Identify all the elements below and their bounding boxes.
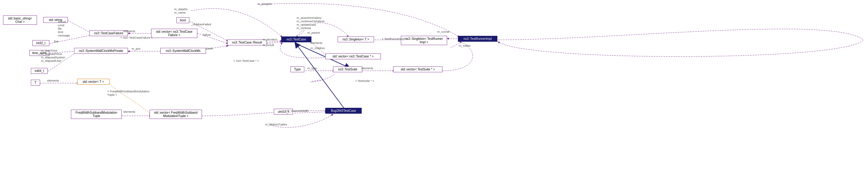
node-singleton-testrunner: ns3::Singleton< TestRunnerImpl > [401, 36, 447, 45]
node-vector-T: std::vector< T > [77, 79, 110, 85]
node-bool: bool [176, 17, 189, 23]
node-testcase: ns3::TestCase [281, 36, 311, 42]
node-type: Type [290, 67, 304, 72]
svg-line-11 [267, 42, 282, 44]
node-systemwallclock: ns3::SystemWallClockMs [160, 48, 206, 54]
node-vector-testsuite: std::vector< TestSuite * > [393, 67, 442, 72]
svg-line-19 [450, 43, 459, 48]
node-testsuite: ns3::TestSuite [333, 67, 362, 72]
node-bug2843: Bug2843TestCase [325, 108, 362, 114]
node-std-string: std::string [43, 17, 68, 23]
node-basic-string: std::basic_string<Char > [3, 16, 37, 25]
node-singleton-T: ns3::Singleton< T > [338, 36, 374, 42]
diagram-svg [0, 0, 868, 177]
svg-line-10 [205, 46, 228, 49]
node-T: T [31, 80, 40, 85]
node-testrunnerimpl: ns3::TestRunnerImpl [458, 36, 497, 42]
svg-line-4 [48, 54, 74, 71]
svg-line-13 [311, 43, 327, 56]
node-vector-freqwidth: std::vector< FreqWidthSubbandModulationT… [150, 110, 202, 119]
node-freqwidth-tuple: FreqWidthSubbandModulationTuple [71, 110, 122, 119]
node-testcase-result: ns3::TestCase::Result [227, 40, 267, 45]
svg-line-3 [49, 51, 74, 53]
node-uint16: uint16_t [274, 109, 293, 115]
svg-line-8 [197, 33, 228, 44]
node-int64: int64_t [31, 68, 48, 74]
node-testcasefailure: ns3::TestCaseFailure [89, 30, 128, 36]
node-int32: int32_t [32, 40, 49, 46]
node-vector-testcasefailure: std::vector< ns3::TestCaseFailure > [151, 29, 197, 38]
node-systemwallclock-priv: ns3::SystemWallClockMsPrivate [74, 48, 128, 54]
svg-line-1 [68, 20, 89, 32]
node-time-point: time_point [29, 50, 49, 56]
node-vector-testcase: std::vector< ns3::TestCase * > [325, 53, 381, 59]
diagram-container: std::basic_string<Char > std::string int… [0, 0, 868, 177]
svg-line-2 [49, 35, 89, 44]
svg-line-21 [294, 112, 327, 113]
